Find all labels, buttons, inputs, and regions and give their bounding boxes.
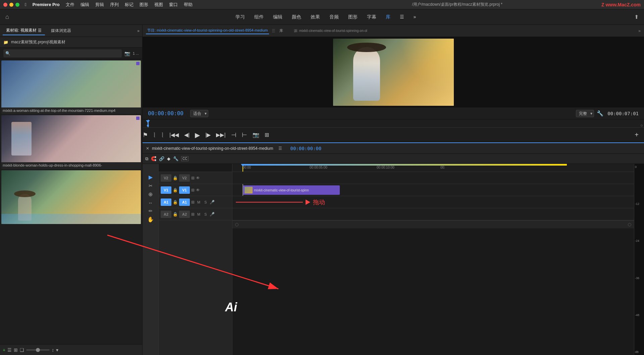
- track-lock-v1[interactable]: 🔒: [173, 188, 178, 192]
- tl-tool-select[interactable]: ▶: [149, 174, 153, 180]
- track-label-v1[interactable]: V1: [161, 186, 171, 194]
- track-eye-v2[interactable]: 👁: [196, 176, 200, 180]
- menu-sequence[interactable]: 序列: [110, 2, 119, 8]
- fit-dropdown[interactable]: 适合: [190, 110, 208, 117]
- add-button[interactable]: +: [635, 131, 639, 139]
- track-s-a2[interactable]: S: [203, 212, 208, 216]
- menu-view[interactable]: 视图: [154, 2, 163, 8]
- tl-circle-start[interactable]: [235, 223, 238, 226]
- tl-tool-ripple[interactable]: ↔: [148, 200, 153, 206]
- fit-dropdown-wrapper[interactable]: 适合: [183, 110, 208, 117]
- nav-export[interactable]: ⬆: [634, 14, 639, 20]
- media-item-tourist[interactable]: [1, 170, 141, 224]
- track-icon-v1[interactable]: ⊞: [191, 188, 195, 192]
- track-mic-a1[interactable]: 🎤: [210, 200, 215, 205]
- nav-effects[interactable]: 效果: [311, 14, 320, 20]
- mark-in-out-button[interactable]: ⦚: [153, 132, 156, 138]
- track-icon-v2[interactable]: ⊞: [191, 176, 195, 180]
- minimize-button[interactable]: [9, 3, 13, 7]
- track-label-v1-r[interactable]: V1: [179, 186, 190, 194]
- track-lock-a1[interactable]: 🔒: [173, 200, 178, 205]
- track-lock-v2[interactable]: 🔒: [173, 176, 178, 180]
- search-input[interactable]: [12, 51, 120, 56]
- nav-library[interactable]: 库: [386, 14, 390, 20]
- tl-tool-hand[interactable]: ✋: [147, 216, 154, 223]
- tl-tool-razor[interactable]: ✂: [149, 183, 153, 188]
- go-to-in-button[interactable]: |◀◀: [169, 132, 179, 138]
- tl-link-btn[interactable]: 🔗: [159, 156, 164, 161]
- tl-marker-btn[interactable]: ◆: [167, 156, 170, 161]
- menu-help[interactable]: 帮助: [184, 2, 193, 8]
- menu-clip[interactable]: 剪辑: [95, 2, 104, 8]
- step-back-button[interactable]: ◀|: [184, 132, 190, 138]
- sort-dropdown[interactable]: ▾: [56, 347, 58, 353]
- play-button[interactable]: ▶: [195, 131, 200, 139]
- quality-dropdown[interactable]: 完整: [576, 110, 594, 117]
- multi-cam-button[interactable]: ⊞: [265, 132, 269, 138]
- tl-circle-end[interactable]: [628, 223, 631, 226]
- menu-file[interactable]: 文件: [66, 2, 74, 8]
- track-lock-a2[interactable]: 🔒: [173, 212, 178, 217]
- insert-button[interactable]: ⊣: [231, 131, 236, 139]
- maximize-button[interactable]: [15, 3, 19, 7]
- camera-icon[interactable]: 📷: [124, 51, 130, 56]
- media-item-mountain[interactable]: mixkit-a-woman-sitting-at-the-top-of-the…: [1, 60, 141, 114]
- nav-study[interactable]: 学习: [235, 14, 245, 20]
- track-label-a1[interactable]: A1: [161, 198, 171, 206]
- list-view-button[interactable]: ☰: [7, 347, 12, 353]
- tab-media-bin[interactable]: 素材箱: 视频素材 ☰: [3, 26, 45, 35]
- timeline-timecode[interactable]: 00:00:00:00: [290, 146, 321, 151]
- current-timecode[interactable]: 00:00:00:00: [148, 110, 183, 117]
- track-icon-a1[interactable]: ⊞: [191, 200, 195, 205]
- nav-component[interactable]: 组件: [254, 14, 264, 20]
- menu-marker[interactable]: 标记: [125, 2, 133, 8]
- export-frame-button[interactable]: 📷: [253, 132, 259, 138]
- track-mic-a2[interactable]: 🎤: [210, 212, 215, 217]
- track-s-a1[interactable]: S: [203, 200, 208, 204]
- tl-snap-btn[interactable]: 🧲: [151, 156, 156, 161]
- sort-icon[interactable]: ↕: [52, 347, 54, 353]
- add-media-button[interactable]: +: [3, 347, 5, 353]
- nav-subtitles[interactable]: 字幕: [367, 14, 376, 20]
- apple-menu[interactable]: : [25, 2, 26, 7]
- folder-view-button[interactable]: ❑: [20, 347, 24, 353]
- zoom-slider[interactable]: [26, 349, 50, 351]
- monitor-ruler[interactable]: [143, 120, 644, 128]
- video-clip[interactable]: mixkit-cinematic-view-of-tourist-spinn: [243, 185, 340, 195]
- tab-menu-icon[interactable]: ☰: [38, 28, 42, 33]
- home-button[interactable]: ⌂: [5, 13, 9, 20]
- nav-edit[interactable]: 编辑: [273, 14, 282, 20]
- tl-collapse-btn[interactable]: ⧉: [145, 156, 148, 162]
- monitor-tab-program[interactable]: 节目: mixkit-cinematic-view-of-tourist-spi…: [146, 27, 269, 34]
- track-label-a2-r[interactable]: A2: [179, 211, 190, 218]
- window-controls[interactable]: [3, 3, 19, 7]
- quality-dropdown-wrapper[interactable]: 完整: [576, 110, 594, 117]
- nav-menu-icon[interactable]: ☰: [400, 14, 404, 20]
- monitor-tab-library[interactable]: 库: [278, 28, 284, 34]
- nav-audio[interactable]: 音频: [329, 14, 339, 20]
- track-icon-a2[interactable]: ⊞: [191, 212, 195, 217]
- grid-view-button[interactable]: ⊞: [14, 347, 18, 353]
- settings-icon[interactable]: 🔧: [597, 110, 603, 117]
- monitor-expand[interactable]: »: [638, 29, 641, 33]
- track-label-v2[interactable]: V2: [161, 174, 171, 182]
- nav-graphics[interactable]: 图形: [348, 14, 358, 20]
- menu-graphics[interactable]: 图形: [140, 2, 148, 8]
- track-eye-v1[interactable]: 👁: [196, 188, 200, 192]
- go-to-out-button[interactable]: ▶▶|: [216, 132, 225, 138]
- tab-media-browser[interactable]: 媒体浏览器: [48, 27, 74, 35]
- timeline-ruler-strip[interactable]: 00:00 00:00:05:00 00:00:10:00 00:: [232, 164, 634, 172]
- step-fwd-button[interactable]: |▶: [205, 132, 211, 138]
- tl-settings-btn[interactable]: 🔧: [173, 156, 178, 161]
- tl-tool-pen[interactable]: ✏: [149, 208, 153, 214]
- close-icon[interactable]: ✕: [146, 146, 149, 151]
- overwrite-button[interactable]: ⊢: [242, 131, 247, 139]
- track-label-a1-r[interactable]: A1: [179, 198, 190, 206]
- track-m-a1[interactable]: M: [196, 200, 202, 204]
- tl-cc-btn[interactable]: CC: [181, 156, 189, 161]
- tl-tool-move[interactable]: ⊕: [148, 191, 153, 197]
- track-label-v2-r[interactable]: V2: [179, 174, 190, 182]
- timeline-menu-icon[interactable]: ☰: [278, 146, 282, 151]
- media-item-shopping[interactable]: mixkit-blonde-woman-holds-up-dress-in-sh…: [1, 115, 141, 169]
- panel-expand-icon[interactable]: »: [137, 29, 140, 33]
